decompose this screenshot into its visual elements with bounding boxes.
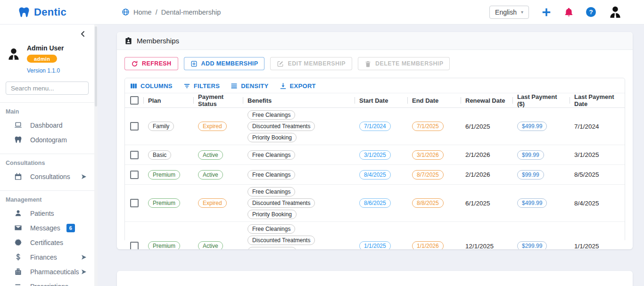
end-date-cell: 7/1/2025 [408,122,461,131]
column-header-benefits[interactable]: Benefits [243,93,355,108]
add-membership-button[interactable]: ADD MEMBERSHIP [184,57,265,70]
sidebar-item-label: Dashboard [30,122,63,129]
start-date-chip: 8/4/2025 [359,170,391,180]
toolbar-columns-button[interactable]: COLUMNS [130,82,173,90]
refresh-icon [131,60,138,67]
language-value: English [495,8,517,16]
sidebar-scrollbar-thumb[interactable] [95,26,97,106]
sidebar-item-odontogram[interactable]: Odontogram [0,132,94,147]
add-quick-button[interactable] [541,7,552,17]
row-checkbox[interactable] [130,171,139,179]
sidebar-item-label: Prescriptions [30,283,68,286]
end-date-chip: 7/1/2025 [412,122,444,131]
table-row[interactable]: Premium Active Free CleaningsDiscounted … [125,222,625,249]
end-date-chip: 8/7/2025 [412,170,444,180]
toolbar-export-button[interactable]: EXPORT [279,82,316,90]
role-badge: admin [27,55,57,63]
column-header-payment-status[interactable]: Payment Status [194,93,243,108]
benefit-chip: Free Cleanings [248,150,295,160]
toolbar-button-label: FILTERS [194,82,220,90]
columns-icon [130,82,138,90]
start-date-chip: 3/1/2025 [359,150,391,160]
payment-status-chip: Active [198,170,223,180]
version-label: Version 1.1.0 [27,67,64,74]
brand[interactable]: Dentic [0,6,104,18]
refresh-button[interactable]: REFRESH [124,57,178,70]
last-payment-date-cell: 7/1/2024 [570,123,625,130]
submenu-arrow-icon[interactable] [81,269,87,275]
sidebar-item-dashboard[interactable]: Dashboard [0,118,94,132]
sidebar-collapse-row [0,25,94,38]
card-actions: REFRESH ADD MEMBERSHIP EDIT MEMBERSHIP D… [117,50,633,70]
edit-icon [277,60,284,67]
row-checkbox[interactable] [130,242,139,249]
benefit-chip: Discounted Treatments [248,122,315,131]
data-grid: COLUMNS FILTERS DENSITY EXPORT PlanPayme… [124,78,625,242]
laptop-icon [14,121,22,129]
sidebar-search-wrap [0,75,94,96]
table-row[interactable]: Premium Active Free Cleanings 8/4/2025 8… [125,165,625,185]
sidebar-item-messages[interactable]: Messages 6 [0,221,94,235]
column-header-plan[interactable]: Plan [144,93,194,108]
membership-badge-icon [124,37,132,45]
language-selector[interactable]: English ▾ [489,6,529,19]
notifications-bell-icon[interactable] [564,7,574,17]
column-header-start-date[interactable]: Start Date [355,93,408,108]
breadcrumb-home[interactable]: Home [133,8,152,16]
breadcrumb-current: Dental-membership [161,8,221,16]
sidebar-item-finances[interactable]: Finances [0,250,94,264]
toolbar-density-button[interactable]: DENSITY [230,82,268,90]
submenu-arrow-icon[interactable] [81,174,87,180]
sidebar-item-certificates[interactable]: Certificates [0,235,94,250]
account-avatar-icon[interactable] [608,5,622,19]
sidebar-item-patients[interactable]: Patients [0,206,94,221]
benefit-chip: Priority Booking [248,210,297,219]
last-payment-date-cell: 3/1/2025 [570,151,625,158]
select-all-checkbox[interactable] [130,96,139,105]
table-row[interactable]: Basic Active Free Cleanings 3/1/2025 3/1… [125,145,625,165]
user-info: Admin User admin Version 1.1.0 [27,44,64,74]
payment-status-chip: Active [198,241,223,249]
payment-status-chip: Active [198,150,223,160]
column-header-end-date[interactable]: End Date [408,93,461,108]
row-checkbox[interactable] [130,199,139,207]
row-checkbox[interactable] [130,151,139,159]
start-date-cell: 1/1/2025 [355,241,408,249]
table-row[interactable]: Premium Expired Free CleaningsDiscounted… [125,185,625,222]
collapse-sidebar-icon[interactable] [79,30,87,38]
delete-membership-button[interactable]: DELETE MEMBERSHIP [358,57,450,70]
top-header: Dentic Home / Dental-membership English … [0,0,644,25]
globe-icon [122,8,130,16]
search-menu-input[interactable] [6,82,89,95]
delete-icon [364,60,372,67]
sidebar-scrollbar[interactable] [94,25,98,286]
last-payment-date-cell: 8/5/2025 [570,171,625,178]
benefit-chip: Free Cleanings [248,110,295,120]
sidebar-item-label: Odontogram [30,136,67,144]
edit-membership-button[interactable]: EDIT MEMBERSHIP [270,57,352,70]
table-row[interactable]: Family Expired Free CleaningsDiscounted … [125,108,625,145]
column-header-last-payment-date[interactable]: Last Payment Date [570,93,625,108]
toolbar-button-label: EXPORT [290,82,316,90]
toolbar-button-label: DENSITY [241,82,268,90]
sidebar-item-pharmaceuticals[interactable]: Pharmaceuticals [0,264,94,279]
start-date-cell: 3/1/2025 [355,150,408,160]
button-label: EDIT MEMBERSHIP [288,60,346,67]
submenu-arrow-icon[interactable] [81,254,87,260]
last-payment-chip: $99.99 [517,150,544,160]
end-date-chip: 1/1/2026 [412,241,444,249]
toolbar-filters-button[interactable]: FILTERS [183,82,220,90]
sidebar-section-label-consultations: Consultations [0,154,94,169]
column-header-last-payment-$[interactable]: Last Payment ($) [513,93,570,108]
benefits-cell: Free Cleanings [243,148,355,162]
last-payment-date-cell: 8/4/2025 [570,200,625,207]
sidebar-item-consultations[interactable]: Consultations [0,169,94,184]
sidebar-item-prescriptions[interactable]: Prescriptions [0,279,94,286]
card-header: Memberships [117,32,633,50]
help-icon[interactable]: ? [586,7,596,17]
breadcrumb: Home / Dental-membership [122,8,221,16]
end-date-cell: 8/8/2025 [408,198,461,208]
row-checkbox[interactable] [130,122,139,131]
export-icon [279,82,287,90]
column-header-renewal-date[interactable]: Renewal Date [461,93,513,108]
